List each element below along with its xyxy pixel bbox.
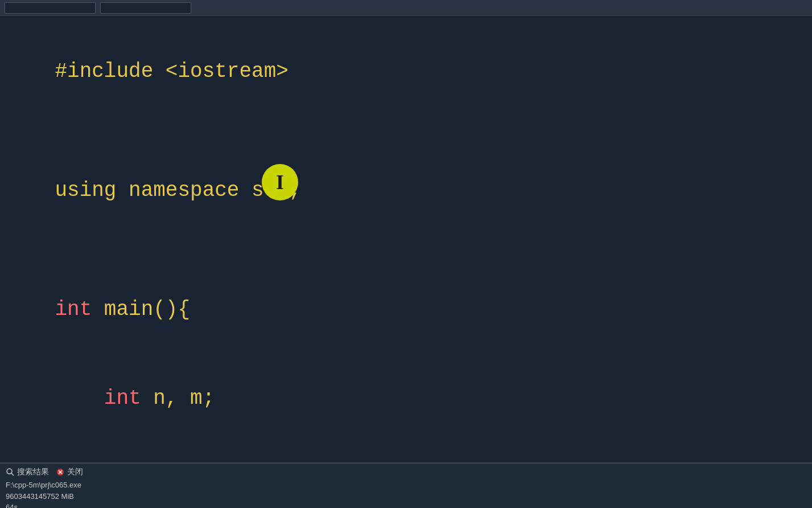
memory-line: 9603443145752 MiB: [6, 491, 806, 502]
code-line-blank2: [6, 235, 812, 265]
top-input-2[interactable]: [100, 2, 191, 14]
svg-point-0: [7, 469, 12, 474]
search-icon: [6, 468, 15, 477]
search-results-section: 搜索结果: [6, 467, 49, 477]
cursor-circle: I: [262, 164, 298, 200]
include-directive: #include <iostream>: [55, 60, 288, 83]
bottom-info-block: F:\cpp-5m\prj\c065.exe 9603443145752 MiB…: [6, 480, 806, 508]
main-text: main(){: [92, 298, 190, 321]
search-results-label: 搜索结果: [17, 467, 49, 477]
code-line-blank1: [6, 117, 812, 146]
time-line: 64s: [6, 502, 806, 508]
file-path-line: F:\cpp-5m\prj\c065.exe: [6, 480, 806, 491]
close-section[interactable]: 关闭: [56, 467, 83, 477]
code-line-include: #include <iostream>: [6, 27, 812, 117]
code-editor: #include <iostream> using namespace std;…: [0, 16, 812, 462]
code-line-main: int main(){: [6, 265, 812, 355]
int-keyword-nm: int: [104, 387, 141, 410]
bottom-bar: 搜索结果 关闭 F:\cpp-5m\prj\c065.exe 960344314…: [0, 462, 812, 508]
top-input-1[interactable]: [5, 2, 96, 14]
svg-line-1: [11, 473, 14, 476]
close-icon: [56, 468, 65, 477]
bottom-bar-top-row: 搜索结果 关闭: [6, 467, 806, 477]
code-line-blank3: [6, 444, 812, 462]
nm-text: n, m;: [141, 387, 215, 410]
indent-1: [55, 387, 104, 410]
code-line-int-nm: int n, m;: [6, 354, 812, 444]
cursor-symbol: I: [276, 170, 284, 194]
close-label: 关闭: [67, 467, 83, 477]
int-keyword-main: int: [55, 298, 92, 321]
code-line-using: using namespace std;: [6, 146, 812, 236]
top-bar: [0, 0, 812, 16]
